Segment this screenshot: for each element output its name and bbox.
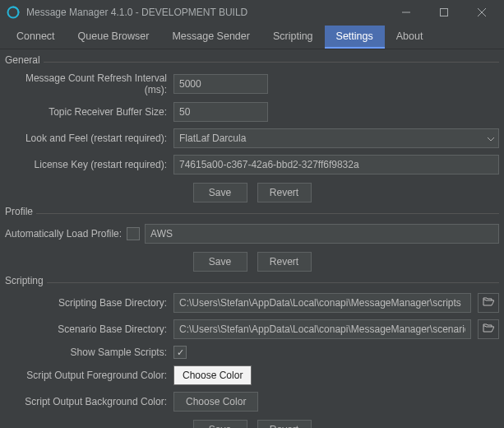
svg-rect-2 bbox=[441, 9, 448, 16]
scripting-base-dir-label: Scripting Base Directory: bbox=[5, 297, 173, 309]
buffer-size-input[interactable] bbox=[173, 102, 268, 122]
group-divider bbox=[5, 62, 499, 63]
show-sample-scripts-checkbox[interactable] bbox=[173, 346, 187, 359]
group-divider bbox=[5, 282, 499, 283]
group-general: General Message Count Refresh Interval (… bbox=[5, 54, 499, 202]
scripting-base-dir-browse[interactable] bbox=[478, 293, 499, 313]
group-scripting-title: Scripting bbox=[5, 275, 47, 286]
group-profile: Profile Automatically Load Profile: Save… bbox=[5, 206, 499, 272]
scripting-base-dir-input[interactable] bbox=[173, 293, 471, 313]
refresh-interval-label: Message Count Refresh Interval (ms): bbox=[5, 72, 173, 95]
look-and-feel-value[interactable] bbox=[173, 128, 499, 148]
fg-color-button[interactable]: Choose Color bbox=[173, 365, 252, 385]
scenario-base-dir-label: Scenario Base Directory: bbox=[5, 323, 173, 335]
window-controls bbox=[387, 0, 501, 25]
look-and-feel-label: Look and Feel (restart required): bbox=[5, 133, 173, 144]
show-sample-scripts-label: Show Sample Scripts: bbox=[5, 347, 173, 358]
scripting-save-button[interactable]: Save bbox=[193, 420, 247, 428]
group-general-title: General bbox=[5, 54, 44, 66]
scenario-base-dir-input[interactable] bbox=[173, 319, 471, 339]
group-profile-title: Profile bbox=[5, 206, 36, 217]
settings-content: General Message Count Refresh Interval (… bbox=[0, 49, 504, 428]
tab-scripting[interactable]: Scripting bbox=[261, 26, 325, 49]
tab-connect[interactable]: Connect bbox=[5, 26, 67, 49]
license-key-label: License Key (restart required): bbox=[5, 159, 173, 170]
refresh-interval-input[interactable] bbox=[173, 74, 268, 94]
auto-load-profile-checkbox[interactable] bbox=[127, 227, 140, 240]
tab-queue-browser[interactable]: Queue Browser bbox=[67, 26, 161, 49]
tab-message-sender[interactable]: Message Sender bbox=[160, 26, 261, 49]
bg-color-button[interactable]: Choose Color bbox=[173, 392, 258, 412]
maximize-button[interactable] bbox=[425, 0, 463, 25]
bg-color-label: Script Output Background Color: bbox=[5, 396, 173, 407]
folder-open-icon bbox=[483, 297, 494, 309]
fg-color-label: Script Output Foreground Color: bbox=[5, 370, 173, 381]
general-save-button[interactable]: Save bbox=[193, 183, 247, 202]
auto-load-profile-label: Automatically Load Profile: bbox=[5, 228, 127, 240]
tab-bar: Connect Queue Browser Message Sender Scr… bbox=[0, 25, 504, 49]
profile-save-button[interactable]: Save bbox=[193, 252, 247, 272]
tab-about[interactable]: About bbox=[385, 26, 435, 49]
app-icon bbox=[7, 6, 20, 19]
title-bar: Message Manager 4.1.0 - DEVELOPMENT BUIL… bbox=[0, 0, 504, 25]
scripting-revert-button[interactable]: Revert bbox=[257, 420, 312, 428]
general-revert-button[interactable]: Revert bbox=[257, 183, 312, 202]
profile-name-input[interactable] bbox=[145, 224, 499, 244]
window-title: Message Manager 4.1.0 - DEVELOPMENT BUIL… bbox=[26, 7, 387, 18]
group-divider bbox=[5, 213, 499, 214]
license-key-input[interactable] bbox=[173, 155, 499, 174]
group-scripting: Scripting Scripting Base Directory: Scen… bbox=[5, 275, 499, 428]
tab-settings[interactable]: Settings bbox=[325, 26, 385, 49]
profile-revert-button[interactable]: Revert bbox=[257, 252, 312, 272]
close-button[interactable] bbox=[463, 0, 501, 25]
scenario-base-dir-browse[interactable] bbox=[478, 319, 499, 339]
buffer-size-label: Topic Receiver Buffer Size: bbox=[5, 106, 173, 118]
folder-open-icon bbox=[483, 323, 494, 336]
look-and-feel-select[interactable] bbox=[173, 128, 499, 148]
minimize-button[interactable] bbox=[387, 0, 425, 25]
